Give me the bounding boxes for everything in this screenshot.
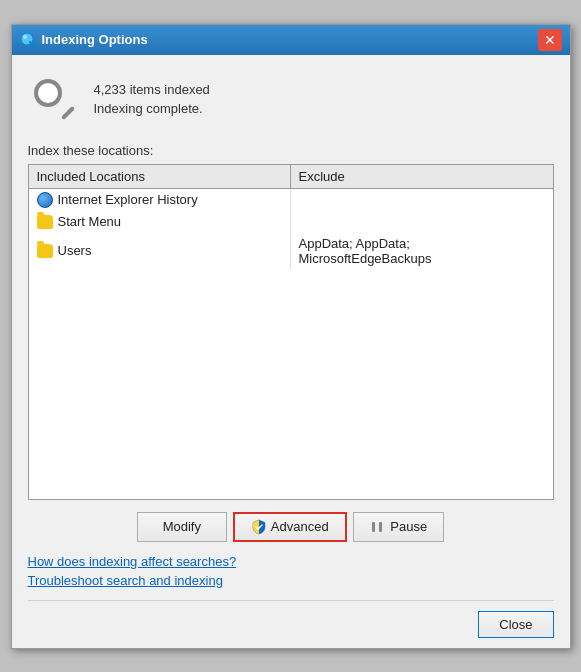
folder-icon <box>37 244 53 258</box>
location-name-startmenu: Start Menu <box>58 214 122 229</box>
table-row: Users AppData; AppData; MicrosoftEdgeBac… <box>29 233 553 269</box>
how-indexing-affects-link[interactable]: How does indexing affect searches? <box>28 554 554 569</box>
close-window-button[interactable]: ✕ <box>538 29 562 51</box>
main-content: 4,233 items indexed Indexing complete. I… <box>12 55 570 648</box>
magnifier-image <box>30 75 78 123</box>
window-title: Indexing Options <box>42 32 538 47</box>
pause-label: Pause <box>390 519 427 534</box>
troubleshoot-link[interactable]: Troubleshoot search and indexing <box>28 573 554 588</box>
title-bar: Indexing Options ✕ <box>12 25 570 55</box>
magnifier-handle <box>60 105 74 119</box>
advanced-label: Advanced <box>271 519 329 534</box>
location-cell-ie: Internet Explorer History <box>29 189 291 211</box>
svg-line-2 <box>30 42 35 47</box>
status-area: 4,233 items indexed Indexing complete. <box>28 69 554 129</box>
location-name-users: Users <box>58 243 92 258</box>
shield-uac-icon <box>251 519 267 535</box>
locations-table: Included Locations Exclude Internet Expl… <box>28 164 554 500</box>
table-row: Start Menu <box>29 211 553 233</box>
footer-area: Close <box>28 600 554 638</box>
svg-point-1 <box>23 35 27 39</box>
ie-icon <box>37 192 53 208</box>
action-buttons: Modify Advanced Pause <box>28 512 554 542</box>
items-count-label: 4,233 items indexed <box>94 82 210 97</box>
modify-button[interactable]: Modify <box>137 512 227 542</box>
location-cell-startmenu: Start Menu <box>29 211 291 233</box>
table-body: Internet Explorer History Start Menu <box>29 189 553 499</box>
svg-rect-3 <box>372 522 375 532</box>
table-row: Internet Explorer History <box>29 189 553 211</box>
table-header: Included Locations Exclude <box>29 165 553 189</box>
exclude-value-users: AppData; AppData; MicrosoftEdgeBackups <box>299 236 545 266</box>
pause-button[interactable]: Pause <box>353 512 445 542</box>
col-included-header: Included Locations <box>29 165 291 188</box>
magnifier-glass <box>34 79 62 107</box>
location-cell-users: Users <box>29 233 291 269</box>
pause-icon <box>370 520 384 534</box>
exclude-cell-startmenu <box>291 211 553 233</box>
col-exclude-header: Exclude <box>291 165 553 188</box>
advanced-button[interactable]: Advanced <box>233 512 347 542</box>
search-status-icon <box>28 73 80 125</box>
exclude-cell-ie <box>291 189 553 211</box>
help-links: How does indexing affect searches? Troub… <box>28 554 554 588</box>
status-text-area: 4,233 items indexed Indexing complete. <box>94 82 210 116</box>
location-name-ie: Internet Explorer History <box>58 192 198 207</box>
locations-label: Index these locations: <box>28 143 554 158</box>
exclude-cell-users: AppData; AppData; MicrosoftEdgeBackups <box>291 233 553 269</box>
close-button[interactable]: Close <box>478 611 553 638</box>
svg-rect-4 <box>379 522 382 532</box>
indexing-status-label: Indexing complete. <box>94 101 210 116</box>
window-icon <box>20 32 36 48</box>
folder-icon <box>37 215 53 229</box>
indexing-options-window: Indexing Options ✕ 4,233 items indexed I… <box>11 24 571 649</box>
